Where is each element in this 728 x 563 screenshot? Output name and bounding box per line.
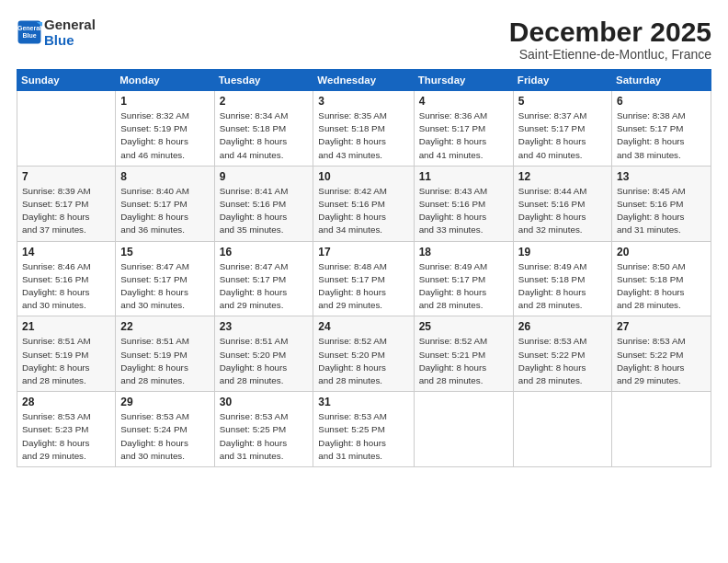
weekday-tuesday: Tuesday <box>214 70 313 91</box>
day-info: Sunrise: 8:53 AM Sunset: 5:24 PM Dayligh… <box>120 410 209 463</box>
calendar-day-30: 30Sunrise: 8:53 AM Sunset: 5:25 PM Dayli… <box>214 392 313 467</box>
day-number: 10 <box>318 170 408 183</box>
weekday-header-row: SundayMondayTuesdayWednesdayThursdayFrid… <box>17 70 711 91</box>
day-info: Sunrise: 8:52 AM Sunset: 5:21 PM Dayligh… <box>419 335 508 387</box>
day-info: Sunrise: 8:51 AM Sunset: 5:19 PM Dayligh… <box>120 335 209 387</box>
day-number: 22 <box>120 320 209 333</box>
day-number: 21 <box>22 320 110 333</box>
calendar-day-18: 18Sunrise: 8:49 AM Sunset: 5:17 PM Dayli… <box>414 241 513 316</box>
title-block: December 2025 Saint-Etienne-de-Montluc, … <box>509 17 711 62</box>
day-info: Sunrise: 8:49 AM Sunset: 5:17 PM Dayligh… <box>419 260 508 313</box>
day-info: Sunrise: 8:52 AM Sunset: 5:20 PM Dayligh… <box>318 335 408 387</box>
calendar-day-31: 31Sunrise: 8:53 AM Sunset: 5:25 PM Dayli… <box>313 392 414 467</box>
weekday-thursday: Thursday <box>414 70 513 91</box>
day-number: 12 <box>518 170 607 183</box>
day-info: Sunrise: 8:47 AM Sunset: 5:17 PM Dayligh… <box>120 260 209 313</box>
day-number: 5 <box>518 95 607 108</box>
day-number: 18 <box>419 246 508 259</box>
calendar-week-1: 1Sunrise: 8:32 AM Sunset: 5:19 PM Daylig… <box>17 91 711 167</box>
subtitle: Saint-Etienne-de-Montluc, France <box>509 47 711 62</box>
svg-text:Blue: Blue <box>22 32 36 39</box>
calendar-week-5: 28Sunrise: 8:53 AM Sunset: 5:23 PM Dayli… <box>17 392 711 467</box>
day-number: 23 <box>220 320 309 333</box>
calendar-day-4: 4Sunrise: 8:36 AM Sunset: 5:17 PM Daylig… <box>414 91 513 167</box>
calendar-week-4: 21Sunrise: 8:51 AM Sunset: 5:19 PM Dayli… <box>17 316 711 392</box>
logo-text: General Blue <box>44 17 96 49</box>
day-info: Sunrise: 8:41 AM Sunset: 5:16 PM Dayligh… <box>220 185 309 237</box>
day-info: Sunrise: 8:51 AM Sunset: 5:20 PM Dayligh… <box>220 335 309 387</box>
weekday-saturday: Saturday <box>611 70 711 91</box>
day-number: 30 <box>220 396 309 408</box>
calendar-table: SundayMondayTuesdayWednesdayThursdayFrid… <box>17 69 711 467</box>
calendar-day-3: 3Sunrise: 8:35 AM Sunset: 5:18 PM Daylig… <box>313 91 414 167</box>
day-info: Sunrise: 8:53 AM Sunset: 5:25 PM Dayligh… <box>318 410 408 463</box>
main-title: December 2025 <box>509 17 711 47</box>
calendar-day-10: 10Sunrise: 8:42 AM Sunset: 5:16 PM Dayli… <box>313 166 414 241</box>
day-info: Sunrise: 8:37 AM Sunset: 5:17 PM Dayligh… <box>518 109 607 162</box>
calendar-day-12: 12Sunrise: 8:44 AM Sunset: 5:16 PM Dayli… <box>513 166 611 241</box>
day-info: Sunrise: 8:39 AM Sunset: 5:17 PM Dayligh… <box>22 185 110 237</box>
calendar-day-2: 2Sunrise: 8:34 AM Sunset: 5:18 PM Daylig… <box>214 91 313 167</box>
day-number: 25 <box>419 320 508 333</box>
day-info: Sunrise: 8:35 AM Sunset: 5:18 PM Dayligh… <box>318 109 408 162</box>
calendar-day-8: 8Sunrise: 8:40 AM Sunset: 5:17 PM Daylig… <box>116 166 214 241</box>
calendar-day-22: 22Sunrise: 8:51 AM Sunset: 5:19 PM Dayli… <box>116 316 214 392</box>
day-number: 28 <box>22 396 110 408</box>
calendar-day-5: 5Sunrise: 8:37 AM Sunset: 5:17 PM Daylig… <box>513 91 611 167</box>
day-number: 7 <box>22 170 110 183</box>
logo: General Blue General Blue <box>17 17 96 49</box>
day-info: Sunrise: 8:45 AM Sunset: 5:16 PM Dayligh… <box>617 185 706 237</box>
day-number: 4 <box>419 95 508 108</box>
day-info: Sunrise: 8:50 AM Sunset: 5:18 PM Dayligh… <box>617 260 706 313</box>
page: General Blue General Blue December 2025 … <box>0 0 728 563</box>
calendar-day-21: 21Sunrise: 8:51 AM Sunset: 5:19 PM Dayli… <box>17 316 116 392</box>
day-number: 6 <box>617 95 706 108</box>
calendar-day-15: 15Sunrise: 8:47 AM Sunset: 5:17 PM Dayli… <box>116 241 214 316</box>
day-number: 8 <box>120 170 209 183</box>
day-info: Sunrise: 8:53 AM Sunset: 5:23 PM Dayligh… <box>22 410 110 463</box>
day-info: Sunrise: 8:36 AM Sunset: 5:17 PM Dayligh… <box>419 109 508 162</box>
day-info: Sunrise: 8:43 AM Sunset: 5:16 PM Dayligh… <box>419 185 508 237</box>
day-info: Sunrise: 8:42 AM Sunset: 5:16 PM Dayligh… <box>318 185 408 237</box>
weekday-wednesday: Wednesday <box>313 70 414 91</box>
day-number: 20 <box>617 246 706 259</box>
calendar-day-1: 1Sunrise: 8:32 AM Sunset: 5:19 PM Daylig… <box>116 91 214 167</box>
day-info: Sunrise: 8:44 AM Sunset: 5:16 PM Dayligh… <box>518 185 607 237</box>
day-info: Sunrise: 8:38 AM Sunset: 5:17 PM Dayligh… <box>617 109 706 162</box>
calendar-day-28: 28Sunrise: 8:53 AM Sunset: 5:23 PM Dayli… <box>17 392 116 467</box>
day-info: Sunrise: 8:53 AM Sunset: 5:22 PM Dayligh… <box>617 335 706 387</box>
calendar-day-14: 14Sunrise: 8:46 AM Sunset: 5:16 PM Dayli… <box>17 241 116 316</box>
day-info: Sunrise: 8:32 AM Sunset: 5:19 PM Dayligh… <box>120 109 209 162</box>
weekday-monday: Monday <box>116 70 214 91</box>
day-number: 2 <box>220 95 309 108</box>
weekday-friday: Friday <box>513 70 611 91</box>
day-info: Sunrise: 8:51 AM Sunset: 5:19 PM Dayligh… <box>22 335 110 387</box>
calendar-empty-cell <box>17 91 116 167</box>
day-number: 29 <box>120 396 209 408</box>
day-number: 17 <box>318 246 408 259</box>
calendar-day-26: 26Sunrise: 8:53 AM Sunset: 5:22 PM Dayli… <box>513 316 611 392</box>
calendar-empty-cell <box>611 392 711 467</box>
day-number: 19 <box>518 246 607 259</box>
day-info: Sunrise: 8:46 AM Sunset: 5:16 PM Dayligh… <box>22 260 110 313</box>
calendar-day-16: 16Sunrise: 8:47 AM Sunset: 5:17 PM Dayli… <box>214 241 313 316</box>
logo-icon: General Blue <box>17 19 42 45</box>
day-info: Sunrise: 8:53 AM Sunset: 5:25 PM Dayligh… <box>220 410 309 463</box>
calendar-day-17: 17Sunrise: 8:48 AM Sunset: 5:17 PM Dayli… <box>313 241 414 316</box>
day-number: 14 <box>22 246 110 259</box>
calendar-week-2: 7Sunrise: 8:39 AM Sunset: 5:17 PM Daylig… <box>17 166 711 241</box>
day-number: 1 <box>120 95 209 108</box>
calendar-day-23: 23Sunrise: 8:51 AM Sunset: 5:20 PM Dayli… <box>214 316 313 392</box>
calendar-day-9: 9Sunrise: 8:41 AM Sunset: 5:16 PM Daylig… <box>214 166 313 241</box>
calendar-day-29: 29Sunrise: 8:53 AM Sunset: 5:24 PM Dayli… <box>116 392 214 467</box>
svg-text:General: General <box>17 26 41 32</box>
calendar-empty-cell <box>513 392 611 467</box>
day-number: 15 <box>120 246 209 259</box>
calendar-day-25: 25Sunrise: 8:52 AM Sunset: 5:21 PM Dayli… <box>414 316 513 392</box>
calendar-day-19: 19Sunrise: 8:49 AM Sunset: 5:18 PM Dayli… <box>513 241 611 316</box>
day-info: Sunrise: 8:40 AM Sunset: 5:17 PM Dayligh… <box>120 185 209 237</box>
day-info: Sunrise: 8:48 AM Sunset: 5:17 PM Dayligh… <box>318 260 408 313</box>
day-number: 16 <box>220 246 309 259</box>
day-info: Sunrise: 8:49 AM Sunset: 5:18 PM Dayligh… <box>518 260 607 313</box>
weekday-sunday: Sunday <box>17 70 116 91</box>
